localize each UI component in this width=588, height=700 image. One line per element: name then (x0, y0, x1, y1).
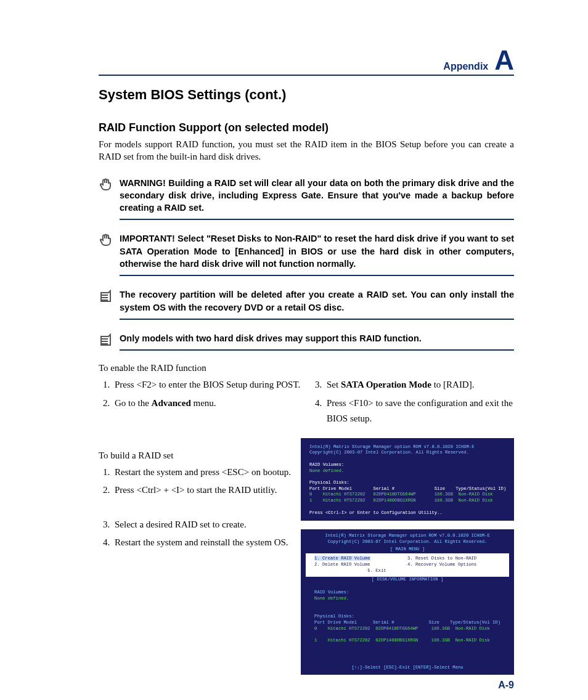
step: Select a desired RAID set to create. (112, 517, 292, 533)
note-recovery-text: The recovery partition will be deleted a… (120, 288, 514, 320)
pencil-note-icon (99, 288, 113, 303)
note-models-text: Only models with two hard disk drives ma… (120, 332, 514, 351)
appendix-label: Appendix (443, 61, 488, 72)
enable-steps-left: Press <F2> to enter the BIOS Setup durin… (99, 377, 302, 411)
bios2-footer: [↑↓]-Select [ESC]-Exit [ENTER]-Select Me… (301, 662, 514, 675)
step: Restart the system and reinstall the sys… (112, 535, 292, 551)
step: Restart the system and press <ESC> on bo… (112, 465, 292, 481)
page-title: System BIOS Settings (cont.) (99, 87, 514, 103)
step: Press <Ctrl> + <I> to start the RAID uti… (112, 482, 292, 499)
bios2-title: Intel(R) Matrix Storage Manager option R… (301, 529, 514, 546)
bios2-info: RAID Volumes: None defined. Physical Dis… (301, 584, 514, 662)
enable-heading: To enable the RAID function (99, 363, 514, 373)
build-steps-b: Select a desired RAID set to create. Res… (99, 517, 292, 551)
bios-screen-1: Intel(R) Matrix Storage Manager option R… (301, 438, 514, 521)
note-recovery: The recovery partition will be deleted a… (99, 288, 514, 320)
intro-text: For models support RAID function, you mu… (99, 138, 514, 163)
note-models: Only models with two hard disk drives ma… (99, 332, 514, 351)
bios2-info-label: [ DISK/VOLUME INFORMATION ] (301, 577, 514, 584)
note-important-text: IMPORTANT! Select "Reset Disks to Non-RA… (120, 232, 514, 276)
step: Press <F2> to enter the BIOS Setup durin… (112, 377, 302, 393)
pencil-note-icon (99, 332, 113, 347)
step: Set SATA Operation Mode to [RAID]. (324, 377, 514, 393)
step: Press <F10> to save the configuration an… (324, 396, 514, 427)
note-important: IMPORTANT! Select "Reset Disks to Non-RA… (99, 232, 514, 276)
build-steps-a: Restart the system and press <ESC> on bo… (99, 465, 292, 499)
note-warning-text: WARNING! Building a RAID set will clear … (120, 177, 514, 221)
build-heading: To build a RAID set (99, 450, 292, 461)
appendix-letter: A (494, 49, 514, 71)
hand-icon (99, 232, 113, 247)
bios2-menu: 1. Create RAID Volume 3. Reset Disks to … (306, 553, 509, 576)
note-warning: WARNING! Building a RAID set will clear … (99, 177, 514, 221)
bios-screen-2: Intel(R) Matrix Storage Manager option R… (301, 529, 514, 674)
step: Go to the Advanced menu. (112, 396, 302, 412)
bios2-main-menu-label: [ MAIN MENU ] (301, 547, 514, 554)
section-heading: RAID Function Support (on selected model… (99, 121, 514, 134)
enable-steps-right: Set SATA Operation Mode to [RAID]. Press… (311, 377, 514, 427)
page-number: A-9 (99, 680, 514, 691)
hand-icon (99, 177, 113, 192)
page-header: Appendix A (99, 49, 514, 76)
